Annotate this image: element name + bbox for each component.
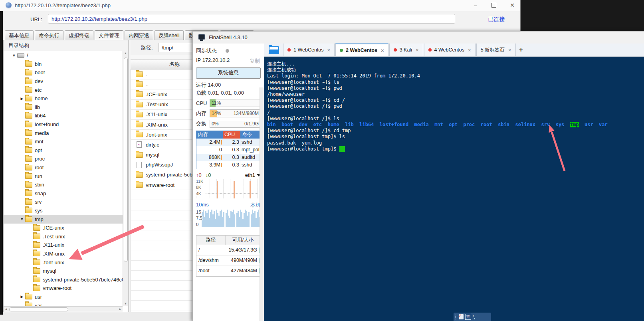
tree-item-systemd-private-5cbe507bcfc746c0b75b6e7[interactable]: systemd-private-5cbe507bcfc746c0b75b6e7 (4, 275, 123, 284)
tree-item-label: tmp (35, 216, 44, 222)
collapse-arrow-icon[interactable]: ▶ (19, 97, 25, 101)
terminal-output[interactable]: 连接主机...连接主机成功Last login: Mon Oct 7 01:55… (264, 56, 644, 321)
swap-gauge-row: 交换 0% 0/1.9G (196, 120, 261, 128)
tree-horizontal-scrollbar[interactable]: ◄ ► (4, 306, 123, 312)
interface-dropdown[interactable]: eth1 (245, 172, 261, 178)
disk-row[interactable]: /dev/shm490M/490M (196, 256, 260, 266)
process-row[interactable]: 00.3mpt_poll_0 (196, 146, 260, 154)
connected-status[interactable]: 已连接 (488, 16, 505, 23)
disk-col-path[interactable]: 路径 (196, 236, 226, 245)
tab-文件管理[interactable]: 文件管理 (95, 30, 123, 40)
tree-item-mysql[interactable]: mysql (4, 267, 123, 275)
system-info-button[interactable]: 系统信息 (196, 67, 261, 79)
scroll-up-icon[interactable]: ▲ (123, 51, 128, 56)
maximize-button[interactable] (488, 1, 500, 10)
tree-item-lib64[interactable]: lib64 (4, 111, 123, 120)
tree-item-mnt[interactable]: mnt (4, 137, 123, 146)
expand-arrow-icon[interactable]: ▼ (19, 217, 25, 221)
close-tab-icon[interactable]: × (327, 47, 331, 53)
process-row[interactable]: 3.9M0.3sshd (196, 161, 260, 169)
terminal-tab-3 Kali[interactable]: 3 Kali× (389, 44, 423, 56)
tab-内网穿透[interactable]: 内网穿透 (125, 30, 153, 40)
close-tab-icon[interactable]: × (381, 48, 384, 54)
wordlist-check-icon[interactable] (459, 314, 464, 319)
copy-button[interactable]: 复制 (250, 57, 260, 65)
tree-item-.Test-unix[interactable]: .Test-unix (4, 232, 123, 241)
url-input[interactable] (48, 14, 455, 24)
tab-基本信息[interactable]: 基本信息 (5, 30, 34, 40)
close-tab-icon[interactable]: × (416, 47, 419, 53)
tree-item-.ICE-unix[interactable]: .ICE-unix (4, 224, 123, 232)
tree-item-vmware-root[interactable]: vmware-root (4, 284, 123, 293)
terminal-tab-4 WebCentos[interactable]: 4 WebCentos× (424, 44, 476, 56)
expand-arrow-icon[interactable]: ▼ (11, 54, 17, 57)
new-tab-button[interactable]: + (517, 46, 525, 54)
tree-vscroll-thumb[interactable] (124, 57, 128, 262)
process-row[interactable]: 868K0.3auditd (196, 154, 260, 161)
proc-col-mem[interactable]: 内存 (196, 131, 223, 139)
tree-item-root[interactable]: root (4, 163, 123, 172)
scroll-right-icon[interactable]: ► (118, 307, 123, 312)
tree-item-.X11-unix[interactable]: .X11-unix (4, 241, 123, 250)
collapse-arrow-icon[interactable]: ▶ (19, 295, 25, 299)
tree-item-sbin[interactable]: sbin (4, 180, 123, 189)
tab-命令执行[interactable]: 命令执行 (35, 30, 63, 40)
tree-hscroll-thumb[interactable] (9, 307, 68, 311)
scroll-down-icon[interactable]: ▼ (123, 301, 128, 306)
disk-row[interactable]: /15.4G/17.3G (196, 245, 260, 256)
punctuation-icon[interactable]: ’, (473, 315, 475, 319)
proc-cpu-value: 0.3 (223, 146, 240, 154)
close-tab-icon[interactable]: × (468, 47, 471, 53)
tree-item-lost+found[interactable]: lost+found (4, 120, 123, 129)
disk-col-size[interactable]: 可用/大小 (226, 236, 260, 245)
close-button[interactable]: ✕ (506, 1, 518, 10)
open-folder-icon[interactable] (269, 46, 278, 53)
tree-item-.XIM-unix[interactable]: .XIM-unix (4, 250, 123, 258)
tree-item-bin[interactable]: bin (4, 60, 123, 69)
tree-item-boot[interactable]: boot (4, 68, 123, 77)
scroll-left-icon[interactable]: ◄ (4, 307, 8, 312)
terminal-tab-5 新标签页[interactable]: 5 新标签页× (476, 44, 516, 56)
tree-item-proc[interactable]: proc (4, 155, 123, 163)
tree-item-snap[interactable]: snap (4, 189, 123, 198)
file-icon (137, 162, 142, 168)
tree-item-sys[interactable]: sys (4, 206, 123, 215)
tree-item-etc[interactable]: etc (4, 85, 123, 94)
tree-item-media[interactable]: media (4, 129, 123, 137)
proc-col-cmd[interactable]: 命令 (240, 131, 260, 139)
tree-item-run[interactable]: run (4, 172, 123, 180)
tree-vertical-scrollbar[interactable]: ▲ ▼ (123, 51, 128, 306)
tree-item-home[interactable]: ▶home (4, 94, 123, 103)
tree-item-srv[interactable]: srv (4, 198, 123, 206)
process-row[interactable]: 2.4M2.3sshd (196, 139, 260, 146)
terminal-area[interactable]: 1 WebCentos×2 WebCentos×3 Kali×4 WebCent… (264, 44, 644, 321)
tree-item-tmp[interactable]: ▼tmp (4, 215, 123, 224)
tree-item-opt[interactable]: opt (4, 146, 123, 155)
proc-col-cpu[interactable]: CPU (223, 131, 240, 139)
folder-icon (25, 156, 32, 162)
tree-item-lib[interactable]: lib (4, 103, 123, 112)
folder-icon (33, 251, 40, 256)
minimize-button[interactable]: – (470, 1, 482, 10)
terminal-tab-1 WebCentos[interactable]: 1 WebCentos× (283, 44, 335, 56)
tree-item-.font-unix[interactable]: .font-unix (4, 258, 123, 267)
tree-item-usr[interactable]: ▶usr (4, 293, 123, 301)
disk-rows: /15.4G/17.3G/dev/shm490M/490M/boot427M/4… (196, 245, 260, 276)
tree-item-var[interactable]: var (4, 301, 123, 306)
tab-反弹shell[interactable]: 反弹shell (155, 30, 184, 40)
tree-item-dev[interactable]: dev (4, 77, 123, 86)
tab-虚拟终端[interactable]: 虚拟终端 (65, 30, 93, 40)
input-method-bar[interactable]: 拼 ’, (454, 313, 491, 321)
tree-item-label: media (35, 130, 49, 136)
disk-row[interactable]: /boot427M/484M (196, 266, 260, 276)
swap-label: 交换 (196, 120, 210, 127)
folder-icon (25, 199, 32, 205)
panel-scroll-strip[interactable] (260, 87, 264, 321)
pinyin-icon[interactable]: 拼 (465, 314, 471, 320)
close-tab-icon[interactable]: × (508, 47, 511, 53)
drag-handle-icon[interactable] (455, 315, 458, 319)
folder-icon (25, 147, 32, 153)
tree-item-/[interactable]: ▼/ (4, 51, 123, 60)
folder-icon (25, 79, 32, 84)
terminal-tab-2 WebCentos[interactable]: 2 WebCentos× (335, 44, 388, 56)
